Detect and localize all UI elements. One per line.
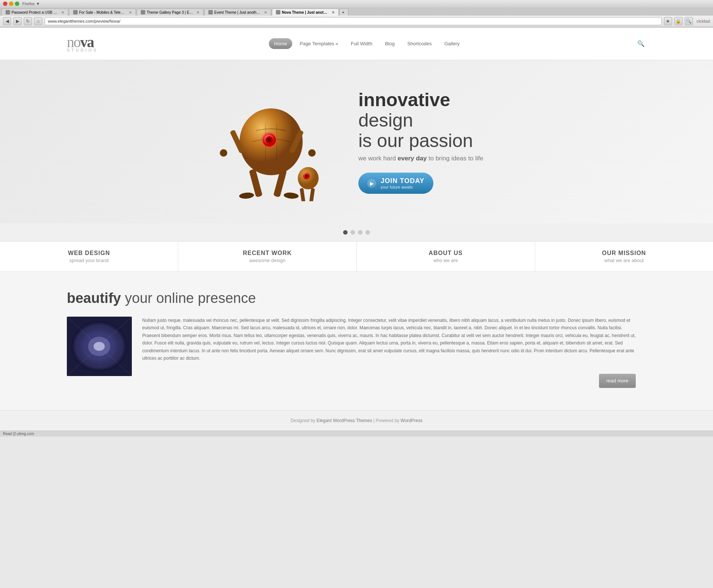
feature-our-mission[interactable]: OUR MISSION what we are about: [535, 242, 713, 271]
new-tab-button[interactable]: +: [339, 9, 348, 16]
cta-arrow-icon: ▶: [367, 179, 376, 188]
main-navigation: Home Page Templates » Full Width Blog Sh…: [269, 38, 465, 49]
traffic-lights: [3, 1, 19, 6]
tunnel-svg: [67, 317, 132, 376]
tab-forsale[interactable]: For Sale - Mobiles & Telephony - Mo... ✕: [69, 9, 136, 16]
feature-web-design[interactable]: WEB DESIGN spread your brand: [0, 242, 178, 271]
header-search-button[interactable]: 🔍: [636, 39, 646, 49]
tab-nova-theme[interactable]: Nova Theme | Just another WordPress... ✕: [272, 9, 339, 16]
cta-text: JOIN TODAY your future awaits: [381, 177, 424, 189]
footer-wordpress-link[interactable]: WordPress: [401, 418, 423, 423]
tab-label: Theme Gallery Page 3 | Elegant Themes...: [147, 10, 193, 14]
search-button[interactable]: 🔍: [685, 17, 693, 25]
address-bar[interactable]: [45, 17, 662, 25]
slider-dot-2[interactable]: [351, 230, 355, 235]
feature-recent-work[interactable]: RECENT WORK awesome design: [178, 242, 356, 271]
svg-point-7: [239, 192, 254, 199]
site-footer: Designed by Elegant WordPress Themes | P…: [0, 410, 713, 431]
reload-button[interactable]: ↻: [24, 17, 32, 25]
nav-page-templates[interactable]: Page Templates »: [294, 38, 344, 49]
tab-close-icon[interactable]: ✕: [61, 10, 64, 14]
browser-name: Firefox ▼: [22, 1, 40, 6]
nav-full-width[interactable]: Full Width: [346, 38, 378, 49]
nav-home[interactable]: Home: [269, 38, 292, 49]
tab-favicon: [208, 10, 213, 14]
content-heading: beautify your online presence: [67, 290, 646, 306]
tab-favicon: [276, 10, 280, 14]
hero-section: innovative design is our passion we work…: [0, 60, 713, 223]
title-bar: Firefox ▼: [0, 0, 713, 7]
tab-close-icon[interactable]: ✕: [129, 10, 132, 14]
feature-about-us[interactable]: ABOUT US who we are: [357, 242, 535, 271]
bookmark-button[interactable]: ★: [664, 17, 672, 25]
back-button[interactable]: ◀: [3, 17, 11, 25]
svg-point-3: [267, 138, 271, 142]
slider-dots: [0, 223, 713, 241]
slider-dot-4[interactable]: [365, 230, 370, 235]
tab-favicon: [141, 10, 145, 14]
content-body: Nullam justo neque, malesuada vel rhoncu…: [67, 317, 646, 388]
ssl-indicator: 🔒: [674, 17, 683, 25]
content-text: Nullam justo neque, malesuada vel rhoncu…: [142, 317, 636, 388]
tab-label: Nova Theme | Just another WordPress...: [282, 10, 329, 14]
maximize-window-button[interactable]: [15, 1, 19, 6]
tab-favicon: [73, 10, 78, 14]
close-window-button[interactable]: [3, 1, 7, 6]
user-account: clickbad: [697, 19, 710, 23]
nav-bar: ◀ ▶ ↻ ⌂ ★ 🔒 🔍 clickbad: [0, 16, 713, 27]
svg-rect-17: [309, 188, 315, 201]
site-logo[interactable]: nova STUDIOS: [67, 35, 98, 52]
robot-illustration: [208, 82, 334, 201]
svg-rect-16: [300, 188, 305, 201]
tab-close-icon[interactable]: ✕: [264, 10, 267, 14]
feature-bar: WEB DESIGN spread your brand RECENT WORK…: [0, 241, 713, 272]
slider-dot-1[interactable]: [343, 230, 348, 235]
slider-dot-3[interactable]: [358, 230, 362, 235]
home-button[interactable]: ⌂: [34, 17, 42, 25]
svg-point-12: [308, 149, 316, 157]
status-bar: Read |2-ytimg.com: [0, 431, 713, 437]
site-header: nova STUDIOS Home Page Templates » Full …: [0, 27, 713, 60]
hero-subtitle: we work hard every day to bring ideas to…: [358, 155, 507, 162]
page-content: nova STUDIOS Home Page Templates » Full …: [0, 27, 713, 431]
tab-password[interactable]: Password Protect a USB Flash Disk /... ✕: [1, 9, 68, 16]
nav-blog[interactable]: Blog: [380, 38, 400, 49]
tab-favicon: [6, 10, 10, 14]
browser-chrome: Firefox ▼ Password Protect a USB Flash D…: [0, 0, 713, 27]
nav-gallery[interactable]: Gallery: [439, 38, 465, 49]
tab-event-theme[interactable]: Event Theme | Just another WordPress... …: [204, 9, 271, 16]
svg-point-15: [305, 174, 308, 178]
hero-image: [206, 82, 336, 201]
tab-label: Event Theme | Just another WordPress...: [214, 10, 261, 14]
tab-bar: Password Protect a USB Flash Disk /... ✕…: [0, 7, 713, 16]
tunnel-visual: [67, 317, 132, 376]
content-image: [67, 317, 132, 376]
svg-point-8: [283, 192, 299, 199]
join-today-button[interactable]: ▶ JOIN TODAY your future awaits: [358, 173, 433, 194]
tab-close-icon[interactable]: ✕: [332, 10, 335, 14]
tab-label: Password Protect a USB Flash Disk /...: [12, 10, 58, 14]
footer-elegant-themes-link[interactable]: Elegant WordPress Themes: [316, 418, 372, 423]
hero-headline: innovative design is our passion: [358, 90, 507, 151]
nav-shortcodes[interactable]: Shortcodes: [402, 38, 437, 49]
svg-point-11: [220, 149, 227, 157]
forward-button[interactable]: ▶: [13, 17, 22, 25]
read-more-button[interactable]: read more: [599, 374, 636, 388]
minimize-window-button[interactable]: [9, 1, 13, 6]
hero-text: innovative design is our passion we work…: [358, 90, 507, 194]
tab-theme-gallery[interactable]: Theme Gallery Page 3 | Elegant Themes...…: [137, 9, 204, 16]
tab-label: For Sale - Mobiles & Telephony - Mo...: [79, 10, 126, 14]
tab-close-icon[interactable]: ✕: [196, 10, 199, 14]
content-section: beautify your online presence: [0, 272, 713, 410]
